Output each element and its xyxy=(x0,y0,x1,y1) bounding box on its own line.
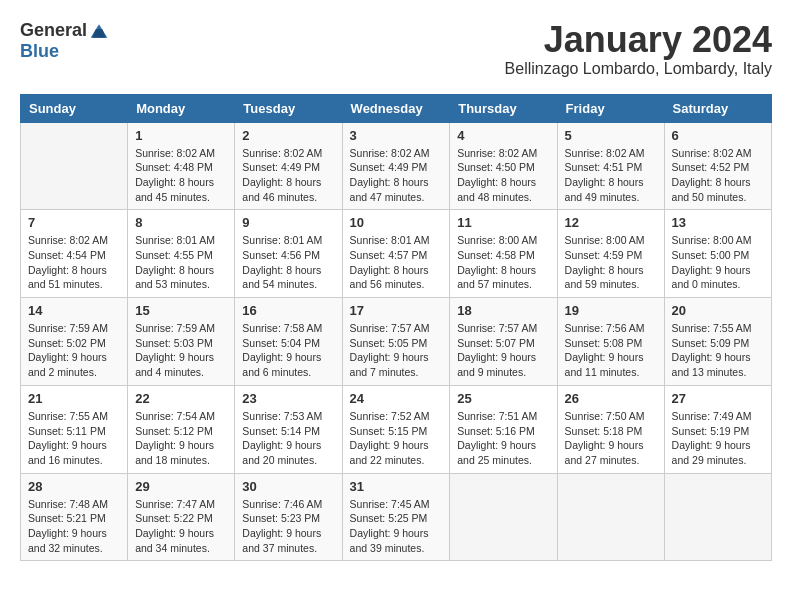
day-info: Sunrise: 8:02 AM Sunset: 4:48 PM Dayligh… xyxy=(135,146,227,205)
day-number: 24 xyxy=(350,391,443,406)
day-of-week-header: Friday xyxy=(557,94,664,122)
day-info: Sunrise: 7:59 AM Sunset: 5:02 PM Dayligh… xyxy=(28,321,120,380)
day-number: 11 xyxy=(457,215,549,230)
day-info: Sunrise: 7:50 AM Sunset: 5:18 PM Dayligh… xyxy=(565,409,657,468)
day-number: 5 xyxy=(565,128,657,143)
day-info: Sunrise: 8:00 AM Sunset: 5:00 PM Dayligh… xyxy=(672,233,764,292)
day-info: Sunrise: 7:47 AM Sunset: 5:22 PM Dayligh… xyxy=(135,497,227,556)
day-info: Sunrise: 7:55 AM Sunset: 5:09 PM Dayligh… xyxy=(672,321,764,380)
day-info: Sunrise: 8:00 AM Sunset: 4:58 PM Dayligh… xyxy=(457,233,549,292)
day-number: 22 xyxy=(135,391,227,406)
day-number: 3 xyxy=(350,128,443,143)
day-info: Sunrise: 7:56 AM Sunset: 5:08 PM Dayligh… xyxy=(565,321,657,380)
calendar-week-row: 1Sunrise: 8:02 AM Sunset: 4:48 PM Daylig… xyxy=(21,122,772,210)
calendar-header-row: SundayMondayTuesdayWednesdayThursdayFrid… xyxy=(21,94,772,122)
calendar-cell xyxy=(557,473,664,561)
calendar-week-row: 7Sunrise: 8:02 AM Sunset: 4:54 PM Daylig… xyxy=(21,210,772,298)
calendar-cell: 28Sunrise: 7:48 AM Sunset: 5:21 PM Dayli… xyxy=(21,473,128,561)
calendar-cell: 13Sunrise: 8:00 AM Sunset: 5:00 PM Dayli… xyxy=(664,210,771,298)
calendar-week-row: 14Sunrise: 7:59 AM Sunset: 5:02 PM Dayli… xyxy=(21,298,772,386)
svg-marker-1 xyxy=(92,29,105,37)
day-number: 8 xyxy=(135,215,227,230)
calendar-cell: 2Sunrise: 8:02 AM Sunset: 4:49 PM Daylig… xyxy=(235,122,342,210)
logo-blue-text: Blue xyxy=(20,41,59,62)
calendar-cell: 16Sunrise: 7:58 AM Sunset: 5:04 PM Dayli… xyxy=(235,298,342,386)
day-number: 28 xyxy=(28,479,120,494)
month-title: January 2024 xyxy=(505,20,772,60)
day-number: 9 xyxy=(242,215,334,230)
day-info: Sunrise: 8:02 AM Sunset: 4:52 PM Dayligh… xyxy=(672,146,764,205)
calendar-cell: 25Sunrise: 7:51 AM Sunset: 5:16 PM Dayli… xyxy=(450,385,557,473)
day-info: Sunrise: 7:48 AM Sunset: 5:21 PM Dayligh… xyxy=(28,497,120,556)
day-number: 31 xyxy=(350,479,443,494)
day-info: Sunrise: 7:53 AM Sunset: 5:14 PM Dayligh… xyxy=(242,409,334,468)
day-number: 26 xyxy=(565,391,657,406)
calendar-cell: 29Sunrise: 7:47 AM Sunset: 5:22 PM Dayli… xyxy=(128,473,235,561)
day-number: 14 xyxy=(28,303,120,318)
logo: General Blue xyxy=(20,20,109,62)
calendar-cell: 18Sunrise: 7:57 AM Sunset: 5:07 PM Dayli… xyxy=(450,298,557,386)
day-number: 12 xyxy=(565,215,657,230)
day-info: Sunrise: 8:02 AM Sunset: 4:50 PM Dayligh… xyxy=(457,146,549,205)
day-number: 29 xyxy=(135,479,227,494)
day-info: Sunrise: 8:02 AM Sunset: 4:51 PM Dayligh… xyxy=(565,146,657,205)
calendar-cell: 20Sunrise: 7:55 AM Sunset: 5:09 PM Dayli… xyxy=(664,298,771,386)
day-info: Sunrise: 8:01 AM Sunset: 4:56 PM Dayligh… xyxy=(242,233,334,292)
day-number: 2 xyxy=(242,128,334,143)
calendar-cell: 15Sunrise: 7:59 AM Sunset: 5:03 PM Dayli… xyxy=(128,298,235,386)
calendar-cell: 23Sunrise: 7:53 AM Sunset: 5:14 PM Dayli… xyxy=(235,385,342,473)
calendar-cell: 10Sunrise: 8:01 AM Sunset: 4:57 PM Dayli… xyxy=(342,210,450,298)
calendar-cell: 4Sunrise: 8:02 AM Sunset: 4:50 PM Daylig… xyxy=(450,122,557,210)
calendar-cell xyxy=(664,473,771,561)
calendar-cell: 27Sunrise: 7:49 AM Sunset: 5:19 PM Dayli… xyxy=(664,385,771,473)
day-number: 6 xyxy=(672,128,764,143)
day-number: 10 xyxy=(350,215,443,230)
day-number: 16 xyxy=(242,303,334,318)
day-info: Sunrise: 7:52 AM Sunset: 5:15 PM Dayligh… xyxy=(350,409,443,468)
calendar-week-row: 21Sunrise: 7:55 AM Sunset: 5:11 PM Dayli… xyxy=(21,385,772,473)
day-of-week-header: Monday xyxy=(128,94,235,122)
day-number: 13 xyxy=(672,215,764,230)
day-number: 21 xyxy=(28,391,120,406)
day-of-week-header: Tuesday xyxy=(235,94,342,122)
calendar-cell: 17Sunrise: 7:57 AM Sunset: 5:05 PM Dayli… xyxy=(342,298,450,386)
calendar-cell: 6Sunrise: 8:02 AM Sunset: 4:52 PM Daylig… xyxy=(664,122,771,210)
day-info: Sunrise: 7:55 AM Sunset: 5:11 PM Dayligh… xyxy=(28,409,120,468)
day-info: Sunrise: 8:02 AM Sunset: 4:54 PM Dayligh… xyxy=(28,233,120,292)
day-of-week-header: Saturday xyxy=(664,94,771,122)
day-info: Sunrise: 8:02 AM Sunset: 4:49 PM Dayligh… xyxy=(350,146,443,205)
day-info: Sunrise: 7:57 AM Sunset: 5:05 PM Dayligh… xyxy=(350,321,443,380)
day-info: Sunrise: 7:49 AM Sunset: 5:19 PM Dayligh… xyxy=(672,409,764,468)
calendar-cell: 19Sunrise: 7:56 AM Sunset: 5:08 PM Dayli… xyxy=(557,298,664,386)
location-title: Bellinzago Lombardo, Lombardy, Italy xyxy=(505,60,772,78)
day-of-week-header: Sunday xyxy=(21,94,128,122)
day-of-week-header: Thursday xyxy=(450,94,557,122)
calendar-cell: 7Sunrise: 8:02 AM Sunset: 4:54 PM Daylig… xyxy=(21,210,128,298)
day-number: 23 xyxy=(242,391,334,406)
day-info: Sunrise: 7:58 AM Sunset: 5:04 PM Dayligh… xyxy=(242,321,334,380)
calendar-cell xyxy=(21,122,128,210)
logo-icon xyxy=(89,21,109,41)
calendar-cell: 24Sunrise: 7:52 AM Sunset: 5:15 PM Dayli… xyxy=(342,385,450,473)
day-of-week-header: Wednesday xyxy=(342,94,450,122)
day-info: Sunrise: 7:46 AM Sunset: 5:23 PM Dayligh… xyxy=(242,497,334,556)
day-number: 15 xyxy=(135,303,227,318)
calendar-cell xyxy=(450,473,557,561)
logo-general-text: General xyxy=(20,20,87,41)
page-header: General Blue January 2024 Bellinzago Lom… xyxy=(20,20,772,78)
day-info: Sunrise: 8:01 AM Sunset: 4:55 PM Dayligh… xyxy=(135,233,227,292)
calendar-table: SundayMondayTuesdayWednesdayThursdayFrid… xyxy=(20,94,772,562)
calendar-cell: 8Sunrise: 8:01 AM Sunset: 4:55 PM Daylig… xyxy=(128,210,235,298)
day-number: 1 xyxy=(135,128,227,143)
day-info: Sunrise: 7:59 AM Sunset: 5:03 PM Dayligh… xyxy=(135,321,227,380)
day-number: 27 xyxy=(672,391,764,406)
day-info: Sunrise: 8:01 AM Sunset: 4:57 PM Dayligh… xyxy=(350,233,443,292)
calendar-cell: 31Sunrise: 7:45 AM Sunset: 5:25 PM Dayli… xyxy=(342,473,450,561)
calendar-cell: 14Sunrise: 7:59 AM Sunset: 5:02 PM Dayli… xyxy=(21,298,128,386)
day-number: 18 xyxy=(457,303,549,318)
day-number: 17 xyxy=(350,303,443,318)
day-info: Sunrise: 8:02 AM Sunset: 4:49 PM Dayligh… xyxy=(242,146,334,205)
calendar-cell: 26Sunrise: 7:50 AM Sunset: 5:18 PM Dayli… xyxy=(557,385,664,473)
calendar-cell: 22Sunrise: 7:54 AM Sunset: 5:12 PM Dayli… xyxy=(128,385,235,473)
calendar-cell: 11Sunrise: 8:00 AM Sunset: 4:58 PM Dayli… xyxy=(450,210,557,298)
